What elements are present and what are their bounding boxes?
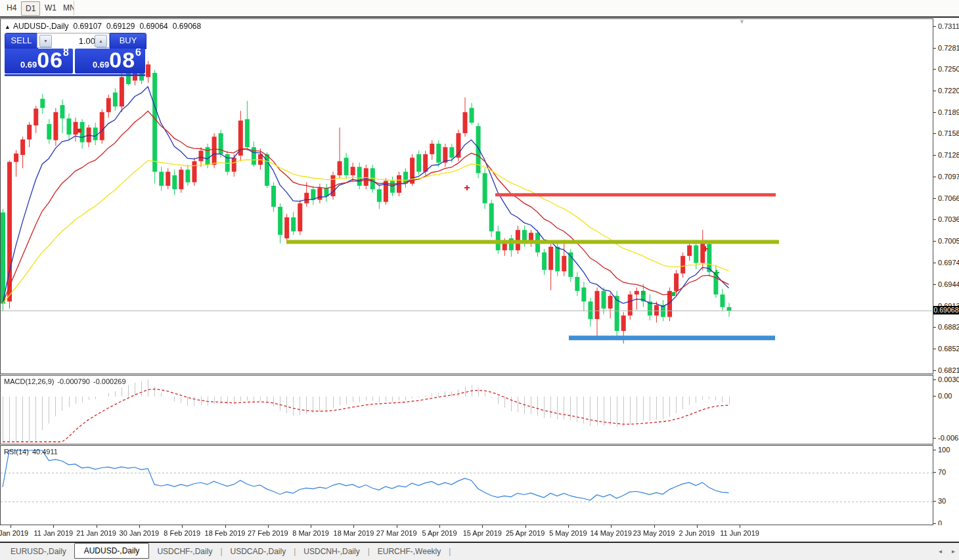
buy-price-display[interactable]: 0.69086 — [75, 49, 145, 74]
price-axis-label: 0.70050 — [938, 237, 959, 245]
date-axis-label: 2 Jun 2019 — [679, 529, 715, 537]
rsi-canvas[interactable] — [1, 446, 933, 525]
axis-tick — [933, 91, 936, 91]
price-axis-label: 0.72505 — [938, 65, 959, 73]
axis-tick — [311, 525, 311, 528]
axis-tick — [933, 155, 936, 156]
price-axis-label: 0.70360 — [938, 215, 959, 223]
chart-tab-usdcad[interactable]: USDCAD-,Daily — [223, 544, 294, 559]
ohlc-high: 0.69129 — [106, 22, 135, 31]
date-axis-label: 5 May 2019 — [549, 529, 587, 537]
sell-price-big: 06 — [37, 49, 63, 72]
ohlc-open: 0.69107 — [74, 22, 102, 31]
macd-value-1: -0.000790 — [57, 377, 90, 385]
axis-tick — [933, 48, 936, 49]
axis-tick — [933, 284, 936, 285]
date-axis-label: 30 Jan 2019 — [120, 529, 160, 537]
ohlc-close: 0.69068 — [173, 22, 201, 31]
trading-terminal-window: H4D1W1MN ▲AUDUSD-,Daily0.691070.691290.6… — [0, 0, 959, 560]
axis-tick — [482, 525, 483, 528]
axis-tick — [268, 525, 269, 528]
volume-decrease-button[interactable]: ▼ — [39, 35, 52, 47]
axis-tick — [933, 450, 936, 450]
axis-tick — [225, 525, 226, 528]
date-axis-label: 8 Feb 2019 — [164, 529, 200, 537]
date-axis[interactable]: 2 Jan 201911 Jan 201921 Jan 201930 Jan 2… — [0, 525, 959, 542]
macd-axis: 0.0030350.00-0.006311 — [933, 375, 959, 444]
axis-tick — [654, 525, 655, 528]
macd-canvas[interactable] — [1, 376, 933, 444]
sell-price-display[interactable]: 0.69068 — [5, 49, 73, 74]
price-axis-label: 0.69440 — [938, 280, 959, 288]
chart-tab-eurchf[interactable]: EURCHF-,Weekly — [370, 544, 449, 559]
date-axis-label: 5 Apr 2019 — [422, 529, 457, 537]
axis-tick — [11, 525, 11, 528]
timeframe-button-mn[interactable]: MN — [59, 1, 79, 14]
one-click-trading-panel: SELL ▼ ▲ BUY 0.69068 0.69086 — [5, 33, 145, 76]
timeframe-button-h4[interactable]: H4 — [3, 1, 20, 14]
rsi-axis-label: 30 — [938, 497, 946, 505]
price-axis-label: 0.73115 — [938, 22, 959, 30]
date-axis-label: 18 Feb 2019 — [205, 529, 246, 537]
macd-value-2: -0.000269 — [93, 377, 126, 385]
macd-pane: MACD(12,26,9)-0.000790-0.000269 — [0, 375, 933, 444]
price-axis[interactable]: 0.731150.728100.725050.722000.718900.715… — [933, 18, 959, 374]
price-axis-label: 0.70665 — [938, 194, 959, 202]
chart-tabs: EURUSD-,DailyAUDUSD-,DailyUSDCHF-,Daily|… — [3, 543, 451, 560]
tab-scroll-right-icon[interactable]: ▸ — [952, 548, 955, 555]
main-chart-pane: ▲AUDUSD-,Daily0.691070.691290.690640.690… — [0, 18, 933, 374]
sell-price-sup: 8 — [63, 49, 69, 58]
axis-tick — [933, 396, 936, 397]
axis-tick — [353, 525, 354, 528]
date-axis-label: 11 Jan 2019 — [33, 529, 73, 537]
axis-tick — [933, 370, 936, 371]
date-axis-label: 15 Apr 2019 — [463, 529, 502, 537]
axis-tick — [53, 525, 54, 528]
rsi-axis-label: 100 — [938, 446, 950, 454]
macd-axis-label: -0.006311 — [938, 434, 959, 442]
axis-tick — [933, 177, 936, 177]
axis-tick — [525, 525, 526, 528]
collapse-triangle-icon[interactable]: ▲ — [5, 24, 11, 30]
symbol-timeframe-label: AUDUSD-,Daily — [13, 22, 69, 31]
volume-input[interactable] — [52, 34, 97, 48]
axis-tick — [611, 525, 612, 528]
date-axis-label: 27 Feb 2019 — [248, 529, 288, 537]
axis-tick — [933, 327, 936, 328]
price-axis-label: 0.72810 — [938, 44, 959, 52]
chart-tab-audusd[interactable]: AUDUSD-,Daily — [74, 543, 150, 559]
buy-price-sup: 6 — [135, 49, 141, 58]
axis-tick — [933, 112, 936, 113]
axis-tick — [933, 219, 936, 220]
price-axis-label: 0.71585 — [938, 129, 959, 137]
axis-tick — [933, 523, 936, 524]
tab-scroll-left-icon[interactable]: ◂ — [939, 548, 942, 555]
chart-shift-marker-icon[interactable]: ▼ — [739, 18, 745, 25]
tab-separator: | — [449, 547, 451, 556]
rsi-pane: RSI(14)40.4911 — [0, 445, 933, 525]
rsi-axis: 10070300 — [933, 445, 959, 525]
rsi-axis-label: 70 — [938, 468, 946, 476]
timeframe-button-d1[interactable]: D1 — [21, 1, 40, 16]
axis-tick — [933, 198, 936, 199]
timeframe-button-w1[interactable]: W1 — [41, 1, 60, 14]
rsi-label: RSI(14)40.4911 — [4, 448, 61, 456]
chart-title: ▲AUDUSD-,Daily0.691070.691290.690640.690… — [5, 22, 201, 31]
timeframe-toolbar: H4D1W1MN — [0, 0, 959, 18]
price-axis-label: 0.71890 — [938, 108, 959, 116]
chart-tab-eurusd[interactable]: EURUSD-,Daily — [3, 544, 74, 559]
date-axis-label: 2 Jan 2019 — [0, 529, 28, 537]
chart-tab-usdchf[interactable]: USDCHF-,Daily — [149, 544, 220, 559]
sell-price-prefix: 0.69 — [20, 60, 37, 70]
chart-tab-usdcnh[interactable]: USDCNH-,Daily — [296, 544, 367, 559]
macd-axis-label: 0.00 — [938, 392, 952, 400]
axis-tick — [697, 525, 698, 528]
sell-button[interactable]: SELL — [5, 33, 38, 49]
date-axis-label: 18 Mar 2019 — [334, 529, 374, 537]
buy-button[interactable]: BUY — [110, 33, 146, 49]
volume-increase-button[interactable]: ▲ — [95, 35, 107, 47]
price-axis-label: 0.71280 — [938, 151, 959, 159]
price-axis-label: 0.72200 — [938, 87, 959, 95]
rsi-value: 40.4911 — [32, 448, 58, 456]
axis-tick — [933, 349, 936, 349]
